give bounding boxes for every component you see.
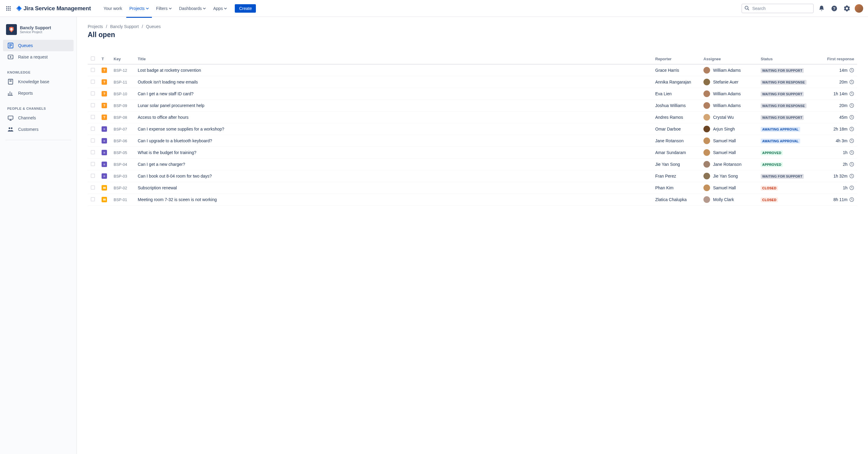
settings-icon[interactable] bbox=[842, 4, 852, 13]
issue-title[interactable]: Access to office after hours bbox=[135, 112, 652, 123]
assignee-avatar bbox=[704, 138, 710, 144]
project-type: Service Project bbox=[20, 30, 51, 34]
breadcrumb-queues[interactable]: Queues bbox=[146, 24, 161, 29]
create-button[interactable]: Create bbox=[235, 4, 256, 13]
issue-key[interactable]: BSP-04 bbox=[111, 158, 135, 170]
table-row[interactable]: ? BSP-09 Lunar solar panel procurement h… bbox=[88, 100, 857, 112]
nav-apps[interactable]: Apps bbox=[210, 4, 230, 13]
sidebar-item-channels[interactable]: Channels bbox=[3, 112, 73, 124]
issue-type-icon: ? bbox=[101, 79, 107, 85]
breadcrumb-projects[interactable]: Projects bbox=[88, 24, 103, 29]
issue-title[interactable]: Subscription renewal bbox=[135, 182, 652, 194]
assignee-cell[interactable]: Samuel Hall bbox=[704, 149, 755, 156]
row-checkbox[interactable] bbox=[91, 185, 95, 190]
issue-title[interactable]: Outlook isn't loading new emails bbox=[135, 76, 652, 88]
issue-key[interactable]: BSP-08 bbox=[111, 112, 135, 123]
assignee-cell[interactable]: Jane Rotanson bbox=[704, 161, 755, 168]
assignee-cell[interactable]: Stefanie Auer bbox=[704, 79, 755, 85]
issue-key[interactable]: BSP-06 bbox=[111, 135, 135, 147]
profile-avatar[interactable] bbox=[855, 4, 863, 13]
col-key[interactable]: Key bbox=[111, 54, 135, 64]
table-row[interactable]: ≡ BSP-06 Can I upgrade to a bluetooth ke… bbox=[88, 135, 857, 147]
row-checkbox[interactable] bbox=[91, 174, 95, 178]
table-row[interactable]: ✉ BSP-01 Meeting room 7-32 is sceen is n… bbox=[88, 194, 857, 206]
sidebar-item-reports[interactable]: Reports bbox=[3, 87, 73, 99]
assignee-cell[interactable]: Samuel Hall bbox=[704, 184, 755, 191]
issue-title[interactable]: Can I get a new charger? bbox=[135, 158, 652, 170]
sidebar-item-kb[interactable]: Knowledge base bbox=[3, 76, 73, 87]
table-row[interactable]: ? BSP-11 Outlook isn't loading new email… bbox=[88, 76, 857, 88]
row-checkbox[interactable] bbox=[91, 103, 95, 107]
issue-key[interactable]: BSP-02 bbox=[111, 182, 135, 194]
issue-key[interactable]: BSP-11 bbox=[111, 76, 135, 88]
nav-dashboards[interactable]: Dashboards bbox=[176, 4, 209, 13]
sidebar-item-customers[interactable]: Customers bbox=[3, 124, 73, 135]
product-logo[interactable]: Jira Service Management bbox=[16, 5, 91, 12]
row-checkbox[interactable] bbox=[91, 127, 95, 131]
assignee-cell[interactable]: Jie Yan Song bbox=[704, 173, 755, 179]
table-row[interactable]: ✉ BSP-02 Subscription renewal Phan Kim S… bbox=[88, 182, 857, 194]
assignee-cell[interactable]: William Adams bbox=[704, 67, 755, 73]
svg-rect-3 bbox=[6, 8, 7, 9]
issue-title[interactable]: Can I upgrade to a bluetooth keyboard? bbox=[135, 135, 652, 147]
col-type[interactable]: T bbox=[98, 54, 111, 64]
select-all-checkbox[interactable] bbox=[91, 56, 95, 61]
issue-key[interactable]: BSP-07 bbox=[111, 123, 135, 135]
table-row[interactable]: ≡ BSP-04 Can I get a new charger? Jie Ya… bbox=[88, 158, 857, 170]
row-checkbox[interactable] bbox=[91, 115, 95, 119]
nav-projects[interactable]: Projects bbox=[126, 4, 152, 13]
assignee-name: William Adams bbox=[713, 103, 741, 108]
issue-key[interactable]: BSP-12 bbox=[111, 64, 135, 76]
col-assignee[interactable]: Assignee bbox=[701, 54, 758, 64]
row-checkbox[interactable] bbox=[91, 91, 95, 96]
nav-filters[interactable]: Filters bbox=[153, 4, 175, 13]
issue-title[interactable]: What is the budget for training? bbox=[135, 147, 652, 158]
first-response-time: 45m bbox=[839, 115, 854, 120]
assignee-cell[interactable]: Samuel Hall bbox=[704, 138, 755, 144]
assignee-cell[interactable]: Molly Clark bbox=[704, 196, 755, 203]
issue-title[interactable]: Lost badge at rocketry convention bbox=[135, 64, 652, 76]
row-checkbox[interactable] bbox=[91, 139, 95, 143]
table-row[interactable]: ≡ BSP-07 Can I expense some supplies for… bbox=[88, 123, 857, 135]
notifications-icon[interactable] bbox=[817, 4, 827, 13]
row-checkbox[interactable] bbox=[91, 197, 95, 201]
status-badge: WAITING FOR RESPONSE bbox=[761, 80, 807, 85]
table-row[interactable]: ≡ BSP-03 Can I book out 8-04 room for tw… bbox=[88, 170, 857, 182]
row-checkbox[interactable] bbox=[91, 80, 95, 84]
issue-key[interactable]: BSP-09 bbox=[111, 100, 135, 112]
app-switcher-icon[interactable] bbox=[5, 5, 12, 12]
table-row[interactable]: ? BSP-12 Lost badge at rocketry conventi… bbox=[88, 64, 857, 76]
search-box bbox=[741, 4, 814, 13]
assignee-cell[interactable]: Crystal Wu bbox=[704, 114, 755, 121]
status-badge: AWAITING APPROVAL bbox=[761, 127, 800, 132]
col-status[interactable]: Status bbox=[758, 54, 818, 64]
row-checkbox[interactable] bbox=[91, 162, 95, 166]
col-title[interactable]: Title bbox=[135, 54, 652, 64]
issue-title[interactable]: Can I book out 8-04 room for two days? bbox=[135, 170, 652, 182]
issue-title[interactable]: Can I get a new staff ID card? bbox=[135, 88, 652, 100]
issue-title[interactable]: Lunar solar panel procurement help bbox=[135, 100, 652, 112]
col-first-response[interactable]: First response bbox=[818, 54, 857, 64]
col-reporter[interactable]: Reporter bbox=[652, 54, 701, 64]
table-row[interactable]: ? BSP-10 Can I get a new staff ID card? … bbox=[88, 88, 857, 100]
issue-key[interactable]: BSP-10 bbox=[111, 88, 135, 100]
issue-title[interactable]: Meeting room 7-32 is sceen is not workin… bbox=[135, 194, 652, 206]
breadcrumb-bancly[interactable]: Bancly Support bbox=[110, 24, 138, 29]
assignee-cell[interactable]: William Adams bbox=[704, 102, 755, 109]
nav-your-work[interactable]: Your work bbox=[101, 4, 125, 13]
sidebar-item-raise[interactable]: Raise a request bbox=[3, 51, 73, 63]
row-checkbox[interactable] bbox=[91, 150, 95, 154]
issue-key[interactable]: BSP-05 bbox=[111, 147, 135, 158]
row-checkbox[interactable] bbox=[91, 68, 95, 72]
table-row[interactable]: ? BSP-08 Access to office after hours An… bbox=[88, 112, 857, 123]
issue-key[interactable]: BSP-01 bbox=[111, 194, 135, 206]
assignee-cell[interactable]: William Adams bbox=[704, 90, 755, 97]
issue-key[interactable]: BSP-03 bbox=[111, 170, 135, 182]
help-icon[interactable]: ? bbox=[830, 4, 839, 13]
table-row[interactable]: ≡ BSP-05 What is the budget for training… bbox=[88, 147, 857, 158]
project-header[interactable]: Bancly Support Service Project bbox=[3, 23, 73, 40]
search-input[interactable] bbox=[741, 4, 814, 13]
sidebar-item-queues[interactable]: Queues bbox=[3, 40, 73, 51]
issue-title[interactable]: Can I expense some supplies for a worksh… bbox=[135, 123, 652, 135]
assignee-cell[interactable]: Arjun Singh bbox=[704, 126, 755, 132]
